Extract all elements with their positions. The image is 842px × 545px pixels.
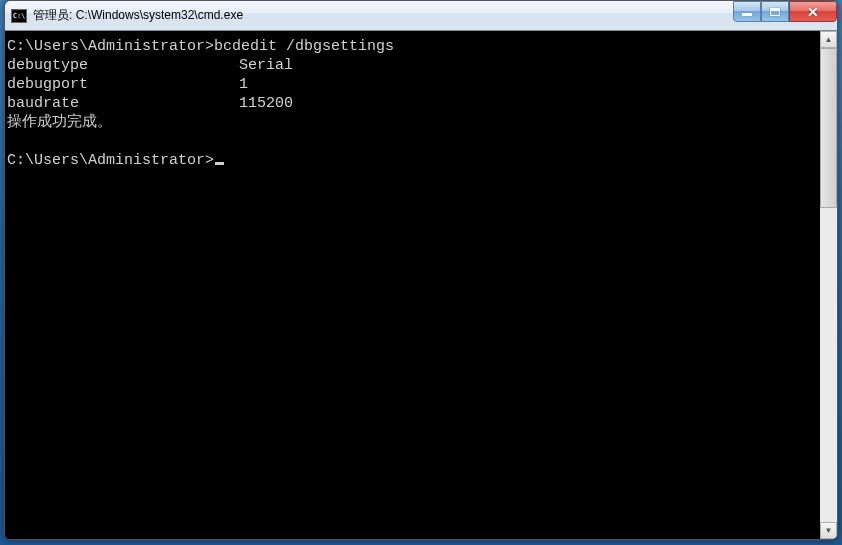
scrollbar-track[interactable] [820, 48, 837, 522]
output-key: debugport [7, 75, 239, 94]
minimize-icon [742, 13, 752, 16]
console-output[interactable]: C:\Users\Administrator>bcdedit /dbgsetti… [5, 31, 820, 539]
chevron-down-icon: ▼ [825, 526, 833, 535]
console-area: C:\Users\Administrator>bcdedit /dbgsetti… [5, 31, 837, 539]
app-icon: C:\ [11, 9, 27, 23]
output-key: baudrate [7, 94, 239, 113]
maximize-button[interactable] [761, 1, 789, 22]
prompt: C:\Users\Administrator> [7, 38, 214, 55]
output-key: debugtype [7, 56, 239, 75]
output-value: Serial [239, 57, 293, 74]
minimize-button[interactable] [733, 1, 761, 22]
close-icon: ✕ [807, 5, 819, 19]
command-text: bcdedit /dbgsettings [214, 38, 394, 55]
window-controls: ✕ [733, 1, 837, 22]
chevron-up-icon: ▲ [825, 35, 833, 44]
scroll-down-button[interactable]: ▼ [820, 522, 837, 539]
maximize-icon [770, 8, 780, 16]
cmd-window: C:\ 管理员: C:\Windows\system32\cmd.exe ✕ C… [4, 0, 838, 540]
scroll-up-button[interactable]: ▲ [820, 31, 837, 48]
success-message: 操作成功完成。 [7, 113, 818, 132]
window-title: 管理员: C:\Windows\system32\cmd.exe [33, 7, 243, 24]
scrollbar-thumb[interactable] [820, 48, 837, 208]
close-button[interactable]: ✕ [789, 1, 837, 22]
output-value: 115200 [239, 95, 293, 112]
prompt: C:\Users\Administrator> [7, 152, 214, 169]
titlebar[interactable]: C:\ 管理员: C:\Windows\system32\cmd.exe ✕ [5, 1, 837, 31]
cursor [215, 162, 224, 165]
vertical-scrollbar[interactable]: ▲ ▼ [820, 31, 837, 539]
output-value: 1 [239, 76, 248, 93]
